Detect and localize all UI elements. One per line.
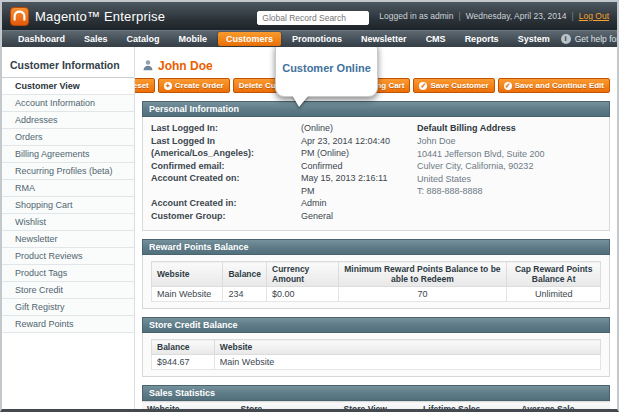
brand-title: Magento™ Enterprise [35, 9, 165, 24]
sidebar-item-account-information[interactable]: Account Information [2, 95, 134, 112]
cell-balance: $944.67 [152, 355, 215, 370]
column-header: Balance [152, 340, 215, 355]
page-title: John Doe [158, 59, 213, 73]
sidebar-item-newsletter[interactable]: Newsletter [2, 231, 134, 248]
sales-statistics-table: Website Store Store View Lifetime Sales … [142, 401, 610, 411]
nav-item-mobile[interactable]: Mobile [171, 32, 216, 46]
logged-in-text: Logged in as admin [379, 11, 453, 21]
sidebar-item-shopping-cart[interactable]: Shopping Cart [2, 197, 134, 214]
sidebar-item-orders[interactable]: Orders [2, 129, 134, 146]
field-label: Last Logged In: [151, 122, 301, 135]
nav-item-promotions[interactable]: Promotions [284, 32, 350, 46]
magento-logo-icon [10, 7, 29, 26]
get-help-label: Get help for this page [575, 34, 619, 44]
reset-button[interactable]: Reset [135, 78, 155, 93]
nav-item-newsletter[interactable]: Newsletter [353, 32, 415, 46]
field-label: Customer Group: [151, 210, 301, 223]
admin-window: Magento™ Enterprise Logged in as admin |… [0, 0, 619, 412]
store-credit-section: Balance Website $944.67 Main Website [142, 333, 610, 377]
cell-currency-amount: $0.00 [267, 287, 338, 302]
column-header: Currency Amount [267, 262, 338, 287]
top-header: Magento™ Enterprise Logged in as admin |… [2, 2, 617, 30]
sidebar-item-billing-agreements[interactable]: Billing Agreements [2, 146, 134, 163]
column-header: Store View [339, 402, 419, 412]
reward-points-section: Website Balance Currency Amount Minimum … [142, 255, 610, 309]
column-header: Website [152, 262, 223, 287]
column-header: Website [214, 340, 600, 355]
field-label: Account Created in: [151, 197, 301, 210]
billing-line: United States [417, 173, 601, 186]
nav-item-sales[interactable]: Sales [76, 32, 116, 46]
nav-item-cms[interactable]: CMS [418, 32, 454, 46]
nav-item-dashboard[interactable]: Dashboard [10, 32, 73, 46]
sidebar-item-wishlist[interactable]: Wishlist [2, 214, 134, 231]
main-nav: Dashboard Sales Catalog Mobile Customers… [2, 30, 617, 47]
billing-address-title: Default Billing Address [417, 122, 601, 135]
sidebar-item-addresses[interactable]: Addresses [2, 112, 134, 129]
default-billing-address: Default Billing Address John Doe 10441 J… [403, 122, 601, 222]
column-header: Website [142, 402, 236, 412]
info-icon: i [561, 34, 571, 44]
reward-points-header: Reward Points Balance [142, 239, 610, 255]
sidebar-title: Customer Information [2, 56, 134, 78]
sidebar-item-store-credit[interactable]: Store Credit [2, 282, 134, 299]
column-header: Store [236, 402, 339, 412]
field-label: Account Created on: [151, 172, 301, 197]
cell-balance: 234 [223, 287, 267, 302]
billing-line: John Doe [417, 135, 601, 148]
check-icon: ✓ [504, 82, 512, 90]
global-search [257, 7, 369, 25]
field-value: Admin [301, 197, 327, 210]
sales-statistics-header: Sales Statistics [142, 385, 610, 401]
main-content: Customer Online John Doe ◄ Back Reset + … [135, 47, 617, 411]
table-row: Main Website 234 $0.00 70 Unlimited [152, 287, 601, 302]
sidebar-item-recurring-profiles[interactable]: Recurring Profiles (beta) [2, 163, 134, 180]
table-row: $944.67 Main Website [152, 355, 601, 370]
current-date: Wednesday, April 23, 2014 [466, 11, 567, 21]
sidebar-item-gift-registry[interactable]: Gift Registry [2, 299, 134, 316]
field-value: General [301, 210, 333, 223]
column-header: Lifetime Sales [418, 402, 516, 412]
billing-line: Culver City, California, 90232 [417, 160, 601, 173]
store-credit-header: Store Credit Balance [142, 317, 610, 333]
separator: | [459, 11, 461, 21]
field-label: Confirmed email: [151, 160, 301, 173]
nav-item-reports[interactable]: Reports [457, 32, 507, 46]
nav-item-customers[interactable]: Customers [218, 32, 281, 46]
column-header: Average Sale [516, 402, 610, 412]
get-help-link[interactable]: i Get help for this page [561, 34, 619, 44]
logout-link[interactable]: Log Out [579, 11, 609, 21]
save-and-continue-button[interactable]: ✓ Save and Continue Edit [498, 78, 610, 93]
billing-line: T: 888-888-8888 [417, 185, 601, 198]
check-icon: ✓ [419, 82, 427, 90]
cell-website: Main Website [214, 355, 600, 370]
sidebar-item-product-tags[interactable]: Product Tags [2, 265, 134, 282]
field-value: May 15, 2013 2:16:11 PM [301, 172, 403, 197]
session-info: Logged in as admin | Wednesday, April 23… [379, 11, 609, 21]
column-header: Minimum Reward Points Balance to be able… [338, 262, 507, 287]
create-order-button[interactable]: + Create Order [158, 78, 230, 93]
store-credit-table: Balance Website $944.67 Main Website [151, 339, 601, 370]
sidebar-item-customer-view[interactable]: Customer View [2, 78, 134, 95]
global-search-input[interactable] [257, 11, 369, 25]
plus-icon: + [164, 82, 172, 90]
field-value: Apr 23, 2014 12:04:40 PM (Online) [301, 135, 403, 160]
nav-item-catalog[interactable]: Catalog [119, 32, 168, 46]
sidebar: Customer Information Customer View Accou… [2, 47, 135, 411]
reward-points-table: Website Balance Currency Amount Minimum … [151, 261, 601, 302]
personal-information-section: Last Logged In:(Online) Last Logged In (… [142, 117, 610, 231]
sidebar-item-reward-points[interactable]: Reward Points [2, 316, 134, 333]
column-header: Balance [223, 262, 267, 287]
column-header: Cap Reward Points Balance At [507, 262, 601, 287]
personal-information-header: Personal Information [142, 101, 610, 117]
sidebar-item-rma[interactable]: RMA [2, 180, 134, 197]
nav-item-system[interactable]: System [510, 32, 558, 46]
save-customer-button[interactable]: ✓ Save Customer [413, 78, 494, 93]
cell-website: Main Website [152, 287, 223, 302]
customer-icon [142, 57, 154, 75]
cell-cap: Unlimited [507, 287, 601, 302]
sidebar-item-product-reviews[interactable]: Product Reviews [2, 248, 134, 265]
field-value: (Online) [301, 122, 333, 135]
cell-minimum-redeem: 70 [338, 287, 507, 302]
customer-online-callout: Customer Online [275, 47, 378, 97]
